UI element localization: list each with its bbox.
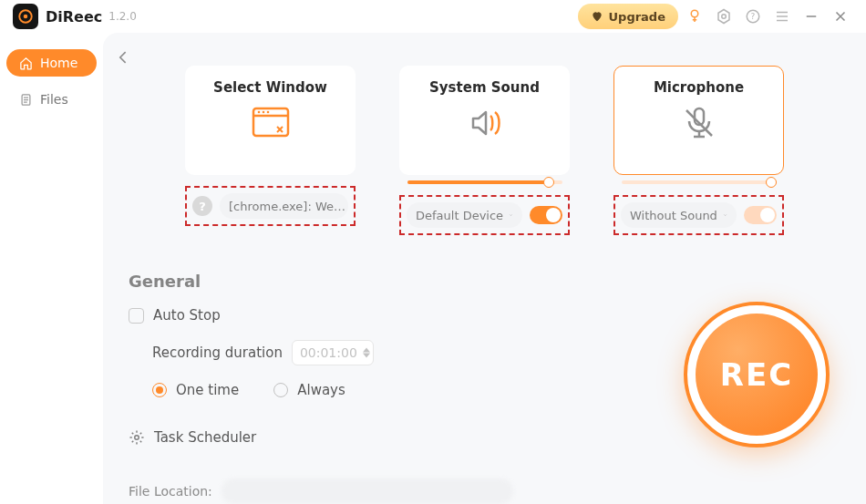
always-radio[interactable] xyxy=(273,383,288,397)
svg-point-11 xyxy=(266,111,269,114)
sidebar-item-files[interactable]: Files xyxy=(6,86,97,113)
settings-icon[interactable] xyxy=(711,4,737,29)
file-location-path[interactable] xyxy=(222,478,513,504)
titlebar: DiReec 1.2.0 Upgrade ? xyxy=(0,0,866,33)
card-box-microphone[interactable]: Microphone xyxy=(613,66,784,175)
mic-muted-icon xyxy=(678,105,720,141)
recording-duration-input[interactable]: 00:01:00 xyxy=(292,340,374,365)
mic-device-value: Without Sound xyxy=(630,209,717,222)
card-select-window: Select Window ? [chrome.exe]: We… xyxy=(185,66,356,235)
task-scheduler-label: Task Scheduler xyxy=(154,429,256,446)
sidebar: Home Files xyxy=(0,33,103,504)
record-button[interactable]: REC xyxy=(684,302,830,447)
system-device-value: Default Device xyxy=(416,209,503,222)
help-icon[interactable]: ? xyxy=(740,4,766,29)
gear-icon xyxy=(129,429,145,446)
home-icon xyxy=(19,57,33,70)
app-version: 1.2.0 xyxy=(108,10,137,23)
recording-duration-value: 00:01:00 xyxy=(300,345,357,360)
general-heading: General xyxy=(129,272,840,291)
app-logo xyxy=(13,4,38,29)
stepper-icon[interactable] xyxy=(363,347,370,358)
card-box-window[interactable]: Select Window xyxy=(185,66,356,175)
card-system-sound: System Sound Default Device xyxy=(399,66,570,235)
back-button[interactable] xyxy=(112,46,136,69)
svg-point-10 xyxy=(262,111,264,114)
record-label: REC xyxy=(696,314,818,436)
auto-stop-checkbox[interactable] xyxy=(129,308,144,324)
minimize-icon[interactable] xyxy=(799,4,824,29)
mic-device-row: Without Sound xyxy=(613,195,784,235)
svg-point-9 xyxy=(257,111,260,114)
speaker-icon xyxy=(464,105,506,141)
card-title: System Sound xyxy=(429,79,540,96)
svg-point-4 xyxy=(722,15,727,19)
one-time-label: One time xyxy=(176,382,239,398)
close-icon[interactable] xyxy=(828,4,853,29)
upgrade-button[interactable]: Upgrade xyxy=(578,4,678,29)
main-panel: Select Window ? [chrome.exe]: We… xyxy=(103,33,866,504)
card-title: Select Window xyxy=(213,79,327,96)
menu-icon[interactable] xyxy=(769,4,795,29)
one-time-radio[interactable] xyxy=(152,383,167,397)
window-selector-value: [chrome.exe]: We… xyxy=(229,200,345,213)
svg-point-2 xyxy=(691,10,698,17)
window-selector[interactable]: [chrome.exe]: We… xyxy=(220,193,348,219)
window-selector-row: ? [chrome.exe]: We… xyxy=(185,186,356,226)
sidebar-item-label: Home xyxy=(40,56,77,70)
female-icon[interactable] xyxy=(682,4,707,29)
file-location-label: File Location: xyxy=(129,484,212,499)
mic-device-select[interactable]: Without Sound xyxy=(621,202,737,228)
mic-volume-slider[interactable] xyxy=(622,180,777,184)
always-label: Always xyxy=(297,382,345,398)
mic-toggle[interactable] xyxy=(744,206,777,224)
chevron-down-icon xyxy=(723,210,727,221)
auto-stop-label: Auto Stop xyxy=(153,307,221,324)
system-device-row: Default Device xyxy=(399,195,570,235)
help-badge[interactable]: ? xyxy=(192,196,212,216)
heart-icon xyxy=(591,10,603,23)
svg-text:?: ? xyxy=(751,12,756,21)
upgrade-label: Upgrade xyxy=(609,10,665,24)
chevron-down-icon xyxy=(509,210,513,221)
system-device-select[interactable]: Default Device xyxy=(407,202,522,228)
files-icon xyxy=(19,93,33,107)
system-volume-slider[interactable] xyxy=(407,180,562,184)
file-location-row: File Location: xyxy=(129,478,840,504)
sidebar-item-home[interactable]: Home xyxy=(6,49,97,77)
svg-marker-3 xyxy=(718,10,729,24)
recording-duration-label: Recording duration xyxy=(152,345,283,361)
card-box-system[interactable]: System Sound xyxy=(399,66,570,175)
svg-point-13 xyxy=(135,436,139,440)
window-icon xyxy=(250,105,292,141)
sidebar-item-label: Files xyxy=(40,92,68,107)
card-microphone: Microphone Without Sound xyxy=(613,66,784,235)
system-sound-toggle[interactable] xyxy=(530,206,562,224)
svg-point-1 xyxy=(24,15,28,19)
app-name: DiReec xyxy=(46,8,102,26)
card-title: Microphone xyxy=(654,79,744,96)
